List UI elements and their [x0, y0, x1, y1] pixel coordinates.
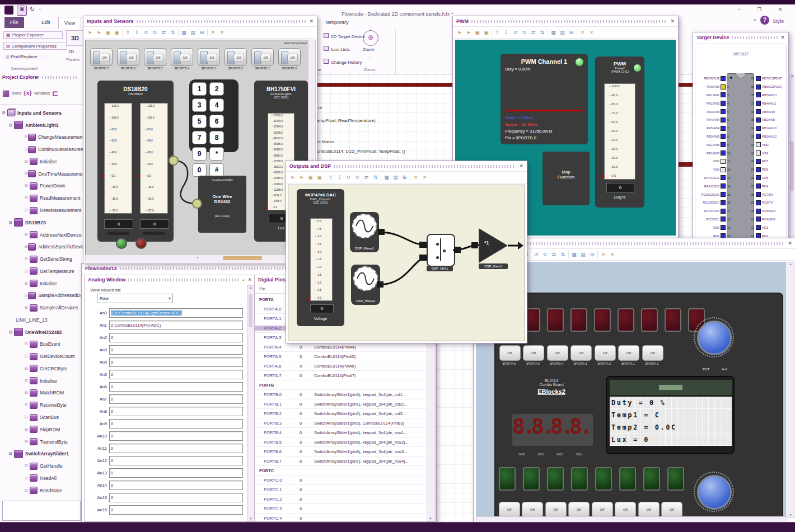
- tab-view[interactable]: View: [58, 17, 81, 29]
- chip-pin[interactable]: 36RB3/AN9: [747, 107, 787, 116]
- expander-icon[interactable]: ⊟: [25, 257, 30, 261]
- expander-icon[interactable]: ⊟: [25, 464, 30, 468]
- expander-icon[interactable]: ⊟: [9, 330, 14, 335]
- tree-item[interactable]: ⊟BusEvent: [2, 338, 83, 351]
- digital-pin-row[interactable]: PORTC.30: [255, 504, 435, 514]
- board-switch[interactable]: Off$PORTA.4: [547, 345, 567, 365]
- pin-button[interactable]: ▪: [243, 277, 245, 283]
- zoom-icon[interactable]: ⊕: [363, 30, 378, 46]
- toolbar-icon[interactable]: ▣: [104, 30, 111, 35]
- inputs-panel-canvas[interactable]: SwitchArraySlider1 Off $PORTB.7 Off $POR…: [85, 40, 310, 256]
- toolbar-icon[interactable]: ⇅: [559, 252, 567, 257]
- analog-value-box[interactable]: 0: [109, 468, 243, 478]
- analog-row[interactable]: An150: [89, 491, 245, 503]
- toolbar-icon[interactable]: ⇅: [169, 30, 176, 35]
- toolbar-icon[interactable]: ⇧: [494, 30, 501, 35]
- app-icon[interactable]: [4, 6, 13, 15]
- expander-icon[interactable]: ⊟: [25, 196, 30, 200]
- close-icon[interactable]: ✕: [670, 18, 675, 24]
- expander-icon[interactable]: ⊟: [9, 451, 14, 456]
- analog-value-box[interactable]: 0: [109, 382, 243, 392]
- expander-icon[interactable]: ⊟: [25, 244, 28, 249]
- board-vscrollbar[interactable]: ▲▼: [787, 262, 794, 518]
- view-values-dropdown[interactable]: Raw ▾: [97, 294, 173, 303]
- tab-edit[interactable]: Edit: [36, 17, 56, 28]
- tab-temporary[interactable]: Temporary: [319, 17, 354, 28]
- toolbar-icon[interactable]: ➤: [465, 30, 472, 35]
- chip-pin[interactable]: 24RC5/SDO: [747, 207, 787, 215]
- toolbar-icon[interactable]: ↻: [151, 30, 158, 35]
- chip-pin[interactable]: RA3/AN35: [695, 107, 735, 116]
- chip-pin[interactable]: VSS12: [695, 166, 735, 174]
- analog-row[interactable]: An100: [89, 430, 245, 442]
- toolbar-icon[interactable]: ▦: [383, 175, 390, 180]
- tree-item[interactable]: ⊟GetDeviceCount: [2, 350, 83, 362]
- chip-pin[interactable]: 29RD6: [747, 166, 787, 174]
- ldr-knob[interactable]: [697, 475, 732, 510]
- toolbar-icon[interactable]: ✕: [579, 30, 586, 35]
- expander-icon[interactable]: ⊟: [25, 135, 28, 139]
- tree-item[interactable]: ⊟GetHandle: [2, 460, 83, 472]
- chip-pin[interactable]: 31VSS: [747, 149, 787, 157]
- expander-icon[interactable]: ⊟: [25, 208, 30, 213]
- board-switch[interactable]: Off$PORTA.1: [618, 345, 638, 365]
- toolbar-icon[interactable]: [178, 29, 179, 36]
- chip-pin[interactable]: RE0/AN58: [695, 133, 735, 141]
- toolbar-icon[interactable]: ⊞: [198, 30, 205, 35]
- toolbar-icon[interactable]: ↺: [532, 252, 540, 257]
- icons-grid-icon[interactable]: ▦: [2, 88, 10, 97]
- digital-pin-row[interactable]: PORTC.10: [255, 485, 435, 495]
- analog-row[interactable]: An160: [89, 503, 245, 516]
- chip-pin[interactable]: 35RB2/AN8: [747, 116, 787, 124]
- tree-item[interactable]: ⊟SampleAllDevices: [2, 302, 83, 314]
- expander-icon[interactable]: ⊟: [25, 354, 30, 359]
- chip-pin[interactable]: RE3/MCLR1: [695, 74, 735, 83]
- toolbar-icon[interactable]: ✕: [588, 30, 595, 35]
- toolbar-icon[interactable]: ⊞: [588, 252, 596, 257]
- project-explorer-button[interactable]: ▦ Project Explorer: [3, 31, 63, 39]
- chip-pin[interactable]: 27RD4: [747, 182, 787, 190]
- expander-icon[interactable]: ⊟: [25, 366, 30, 371]
- board-switch[interactable]: Off$PORTA.6: [499, 345, 520, 365]
- save-icon[interactable]: ▣: [17, 6, 27, 16]
- toolbar-icon[interactable]: [410, 174, 410, 181]
- analog-row[interactable]: An10 ComboBL0114(Pot ADC): [89, 319, 245, 331]
- chip-pin[interactable]: RE2/AN710: [695, 149, 735, 157]
- toolbar-icon[interactable]: ⇄: [550, 252, 558, 257]
- digital-pin-row[interactable]: PORTB.60SwitchArraySlider1(pin6), keypad…: [255, 447, 435, 456]
- digital-pin-row[interactable]: PORTC: [255, 466, 435, 475]
- scale-marker[interactable]: ▶: [602, 174, 605, 178]
- digital-pin-row[interactable]: PORTC.00: [255, 475, 435, 485]
- tree-item[interactable]: ⊟Initialise: [2, 277, 83, 290]
- chip-pin[interactable]: RA7/OSC113: [695, 174, 735, 182]
- expander-icon[interactable]: ⊟: [25, 415, 30, 420]
- tree-item[interactable]: ⊟ChangeMeasurementMode: [2, 131, 83, 144]
- chip-pin[interactable]: 25RC6/TX: [747, 199, 787, 207]
- analog-row[interactable]: An140: [89, 479, 245, 491]
- chip-pin[interactable]: RC3/SCL18: [695, 215, 735, 224]
- digital-pin-row[interactable]: PORTB.50SwitchArraySlider1(pin5), keypad…: [255, 437, 435, 447]
- find-replace-button[interactable]: ◎ Find/Replace: [3, 54, 50, 60]
- toolbar-icon[interactable]: [122, 29, 123, 36]
- board-switch[interactable]: Off$PORTA.2: [595, 345, 615, 365]
- tree-item[interactable]: ⊟MatchROM: [2, 387, 83, 399]
- toolbar-icon[interactable]: ▤: [392, 175, 399, 180]
- expander-icon[interactable]: ⊟: [2, 111, 7, 115]
- toolbar-icon[interactable]: ▣: [474, 30, 481, 35]
- tree-item[interactable]: ⊟ResetMeasurement: [2, 204, 83, 216]
- digital-pin-row[interactable]: PORTA.60ComboBL0114(PinA6): [255, 361, 435, 371]
- chip-pin[interactable]: 23RC4/SDA: [747, 215, 787, 224]
- close-icon[interactable]: ✕: [519, 163, 523, 169]
- tree-item[interactable]: ⊟TransmitByte: [2, 436, 83, 448]
- analog-row[interactable]: An50: [89, 368, 245, 380]
- toolbar-icon[interactable]: ✕: [412, 175, 419, 180]
- analog-row[interactable]: An40: [89, 356, 245, 368]
- analog-value-box[interactable]: 0 ComboBL0114(Pot ADC): [109, 321, 243, 330]
- tree-item[interactable]: ⊟AmbientLight1: [2, 119, 83, 131]
- toolbar-icon[interactable]: [325, 174, 325, 181]
- toolbar-icon[interactable]: ⇩: [336, 175, 343, 180]
- chip-pin[interactable]: RC0/SOSCO15: [695, 190, 735, 199]
- expander-icon[interactable]: ⊟: [25, 147, 28, 152]
- expander-icon[interactable]: ⊟: [25, 427, 30, 432]
- expander-icon[interactable]: ⊟: [25, 379, 30, 383]
